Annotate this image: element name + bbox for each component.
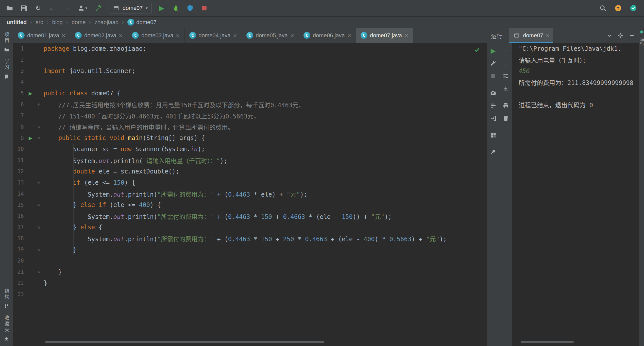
code-line: 17∧ } else { (13, 222, 487, 233)
code-line: 7 // 151-400千瓦时部分为0.4663元，401千瓦时以上部分为0.5… (13, 110, 487, 121)
profile-icon[interactable]: ▾ (75, 3, 90, 14)
inspections-ok-icon (473, 46, 481, 54)
coverage-icon[interactable] (184, 3, 196, 14)
editor-tab[interactable]: Cdome06.java× (299, 28, 356, 43)
breadcrumb-separator: › (30, 19, 32, 26)
editor-tab[interactable]: Cdome01.java× (13, 28, 70, 43)
editor-tab[interactable]: Cdome07.java× (356, 28, 413, 43)
clear-all-icon[interactable] (500, 113, 512, 124)
editor-tab[interactable]: Cdome04.java× (185, 28, 242, 43)
update-icon[interactable] (613, 3, 624, 14)
build-wrench-icon[interactable] (488, 58, 499, 69)
editor-tab[interactable]: Cdome03.java× (127, 28, 184, 43)
folder-icon (3, 46, 11, 54)
breadcrumb-item[interactable]: Cdome07 (127, 19, 157, 26)
tool-button-project-label: 项目 (3, 32, 10, 44)
line-number: 1 (13, 46, 26, 52)
code-line: 2 (13, 54, 487, 65)
tool-button-project[interactable]: 项目 (3, 32, 11, 54)
layout-settings-icon[interactable] (488, 129, 499, 141)
close-icon[interactable]: × (546, 32, 550, 39)
close-icon[interactable]: × (176, 32, 180, 39)
screenshot-icon[interactable] (488, 87, 499, 98)
fold-marker[interactable]: ∧ (35, 225, 43, 230)
print-icon[interactable] (500, 100, 512, 111)
tool-button-run[interactable]: 运行 (639, 37, 644, 46)
breadcrumb-item[interactable]: src (36, 19, 43, 26)
fold-marker[interactable]: ∨ (35, 102, 43, 107)
fold-marker[interactable]: ∧ (35, 203, 43, 207)
stop-icon[interactable] (488, 71, 499, 82)
close-icon[interactable]: × (404, 32, 408, 39)
close-icon[interactable]: × (347, 32, 351, 39)
console-horizontal-scrollbar[interactable] (521, 341, 574, 343)
run-panel-title: 运行: (491, 31, 504, 40)
tab-label: dome05.java (256, 32, 288, 39)
code-line: 16 System.out.println("所需付的费用为：" + (0.44… (13, 211, 487, 222)
run-tab-label: dome07 (523, 32, 543, 39)
next-occurrence-icon[interactable]: ↓ (500, 58, 512, 69)
breadcrumb-item[interactable]: zhaojiaao (95, 19, 118, 26)
search-icon[interactable] (597, 3, 608, 14)
soft-wrap-icon[interactable] (500, 71, 512, 82)
code-text: System.out.println("所需付的费用为：" + (0.4463 … (44, 212, 392, 221)
close-icon[interactable]: × (119, 32, 123, 39)
pin-icon[interactable] (488, 146, 499, 157)
console-line: 进程已结束，退出代码为 0 (519, 99, 639, 110)
breadcrumb-item[interactable]: dome (72, 19, 86, 26)
fold-marker[interactable]: ∧ (35, 270, 43, 274)
minimize-icon[interactable] (627, 31, 636, 40)
tool-button-structure-label: 结构 (3, 288, 10, 300)
promo-icon[interactable] (628, 3, 639, 14)
fold-marker[interactable]: ∧ (35, 247, 43, 252)
code-line: 14 System.out.println("所需付的费用为：" + (0.44… (13, 188, 487, 199)
close-icon[interactable]: × (62, 32, 65, 39)
code-text: // 151-400千瓦时部分为0.4663元，401千瓦时以上部分为0.566… (44, 111, 260, 120)
run-gutter-icon[interactable]: ▶ (26, 91, 35, 96)
run-icon[interactable]: ▶ (156, 3, 167, 14)
back-icon[interactable]: ← (47, 3, 58, 14)
scroll-to-end-icon[interactable] (500, 83, 512, 94)
code-line: 18 System.out.println("所需付的费用为：" + (0.44… (13, 233, 487, 244)
thread-dump-icon[interactable] (488, 100, 499, 111)
open-folder-icon[interactable] (4, 3, 15, 14)
tool-button-structure[interactable]: 结构 (3, 288, 11, 310)
code-line: 6∨ //7.居民生活用电按3个梯度收费：月用电量150千瓦时及以下部分，每千瓦… (13, 99, 487, 110)
code-line: 11 System.out.println("请输入用电量（千瓦时）："); (13, 155, 487, 166)
sync-icon[interactable]: ↻ (32, 3, 44, 14)
code-text: } else if (ele <= 400) { (44, 201, 161, 209)
close-icon[interactable]: × (233, 32, 237, 39)
editor-horizontal-scrollbar[interactable] (45, 341, 324, 343)
code-text: package blog.dome.zhaojiaao; (44, 45, 146, 52)
run-console-output[interactable]: "C:\Program Files\Java\jdk1.请输入用电量（千瓦时）：… (513, 43, 639, 346)
breadcrumb-item[interactable]: untitled (7, 19, 27, 26)
prev-occurrence-icon[interactable]: ↑ (500, 45, 512, 56)
run-config-selector[interactable]: dome07 ▾ (109, 3, 151, 13)
tool-button-learn[interactable]: 学习 (3, 59, 11, 81)
tool-button-favorites[interactable]: 收藏夹★ (3, 315, 11, 343)
restore-layout-icon[interactable] (488, 113, 499, 124)
stop-icon[interactable] (199, 3, 210, 14)
fold-marker[interactable]: ∧ (35, 125, 43, 129)
build-hammer-icon[interactable] (93, 3, 104, 14)
fold-marker[interactable]: ∨ (35, 136, 43, 140)
forward-icon[interactable]: → (61, 3, 72, 14)
java-class-icon: C (18, 32, 25, 39)
fold-marker[interactable]: ∨ (35, 180, 43, 185)
code-editor[interactable]: 1package blog.dome.zhaojiaao;23import ja… (13, 43, 487, 346)
settings-gear-icon[interactable] (616, 31, 625, 40)
debug-icon[interactable] (170, 3, 181, 14)
rerun-icon[interactable]: ▶ (488, 45, 499, 56)
run-panel-toolbar: ▶ ↑↓ (487, 43, 512, 346)
code-text: } (44, 280, 47, 287)
line-number: 21 (13, 269, 26, 275)
run-console-tab[interactable]: dome07 × (509, 28, 553, 43)
code-text: Scanner sc = new Scanner(System.in); (44, 146, 205, 153)
save-all-icon[interactable] (18, 3, 29, 14)
chevron-down-icon[interactable] (605, 31, 614, 40)
run-gutter-icon[interactable]: ▶ (26, 135, 35, 141)
breadcrumb-item[interactable]: blog (52, 19, 63, 26)
close-icon[interactable]: × (290, 32, 294, 39)
editor-tab[interactable]: Cdome02.java× (70, 28, 127, 43)
editor-tab[interactable]: Cdome05.java× (242, 28, 299, 43)
